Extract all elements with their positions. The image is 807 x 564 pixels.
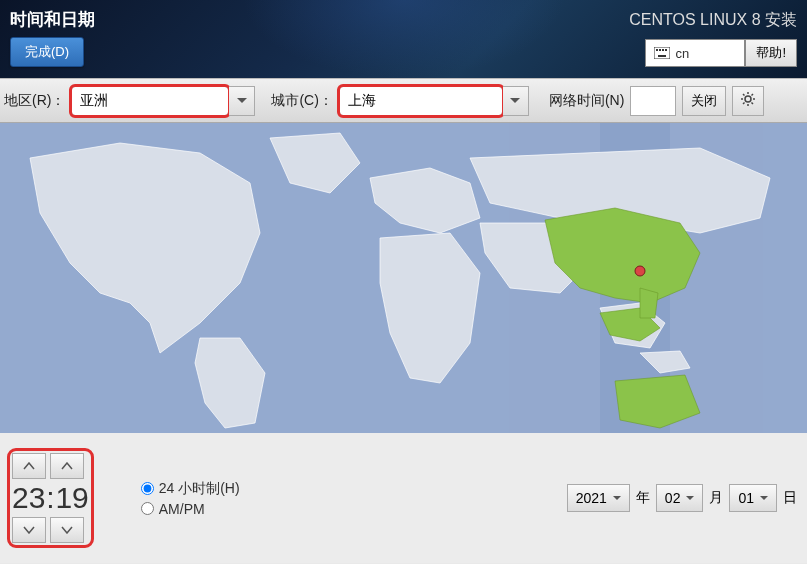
network-time-settings-button[interactable] <box>732 86 764 116</box>
bottom-panel: 23 : 19 24 小时制(H) AM/PM 2021 年 02 <box>0 433 807 563</box>
city-label: 城市(C)： <box>271 92 332 110</box>
svg-rect-1 <box>656 49 658 51</box>
region-dropdown-button[interactable] <box>229 86 255 116</box>
network-time-label: 网络时间(N) <box>549 92 624 110</box>
svg-line-12 <box>752 103 754 105</box>
month-suffix: 月 <box>709 489 723 507</box>
svg-rect-0 <box>654 47 670 59</box>
svg-rect-3 <box>662 49 664 51</box>
network-time-toggle[interactable]: 关闭 <box>682 86 726 116</box>
city-combo[interactable] <box>339 86 529 116</box>
keyboard-layout-indicator[interactable]: cn <box>645 39 745 67</box>
time-format-group: 24 小时制(H) AM/PM <box>141 477 240 520</box>
toolbar: 地区(R)： 城市(C)： 网络时间(N) 关闭 <box>0 78 807 123</box>
date-group: 2021 年 02 月 01 日 <box>567 484 797 512</box>
day-value: 01 <box>738 490 754 506</box>
time-minutes: 19 <box>55 481 88 515</box>
svg-line-11 <box>743 94 745 96</box>
region-combo[interactable] <box>71 86 255 116</box>
done-button[interactable]: 完成(D) <box>10 37 84 67</box>
time-stepper: 23 : 19 <box>10 451 91 545</box>
timezone-map[interactable] <box>0 123 807 433</box>
format-ampm-radio[interactable] <box>141 502 154 515</box>
format-ampm-option[interactable]: AM/PM <box>141 501 240 517</box>
format-24h-label: 24 小时制(H) <box>159 480 240 498</box>
day-dropdown[interactable]: 01 <box>729 484 777 512</box>
svg-point-17 <box>635 266 645 276</box>
year-suffix: 年 <box>636 489 650 507</box>
keyboard-icon <box>654 47 670 59</box>
svg-rect-4 <box>665 49 667 51</box>
svg-point-6 <box>745 96 751 102</box>
time-hours: 23 <box>12 481 45 515</box>
minutes-down-button[interactable] <box>50 517 84 543</box>
year-value: 2021 <box>576 490 607 506</box>
format-24h-radio[interactable] <box>141 482 154 495</box>
gear-icon <box>740 91 756 110</box>
network-time-input <box>630 86 676 116</box>
hours-down-button[interactable] <box>12 517 46 543</box>
help-button[interactable]: 帮助! <box>745 39 797 67</box>
hours-up-button[interactable] <box>12 453 46 479</box>
header-right: CENTOS LINUX 8 安装 cn 帮助! <box>629 10 797 67</box>
svg-rect-2 <box>659 49 661 51</box>
svg-line-13 <box>743 103 745 105</box>
month-dropdown[interactable]: 02 <box>656 484 704 512</box>
month-value: 02 <box>665 490 681 506</box>
city-dropdown-button[interactable] <box>503 86 529 116</box>
svg-rect-5 <box>658 55 666 57</box>
header: 时间和日期 完成(D) CENTOS LINUX 8 安装 cn 帮助! <box>0 0 807 78</box>
city-input[interactable] <box>339 86 503 116</box>
year-dropdown[interactable]: 2021 <box>567 484 630 512</box>
format-ampm-label: AM/PM <box>159 501 205 517</box>
region-label: 地区(R)： <box>4 92 65 110</box>
time-separator: : <box>45 481 55 515</box>
installer-label: CENTOS LINUX 8 安装 <box>629 10 797 31</box>
minutes-up-button[interactable] <box>50 453 84 479</box>
day-suffix: 日 <box>783 489 797 507</box>
format-24h-option[interactable]: 24 小时制(H) <box>141 480 240 498</box>
keyboard-layout-value: cn <box>675 46 689 61</box>
region-input[interactable] <box>71 86 229 116</box>
svg-line-14 <box>752 94 754 96</box>
